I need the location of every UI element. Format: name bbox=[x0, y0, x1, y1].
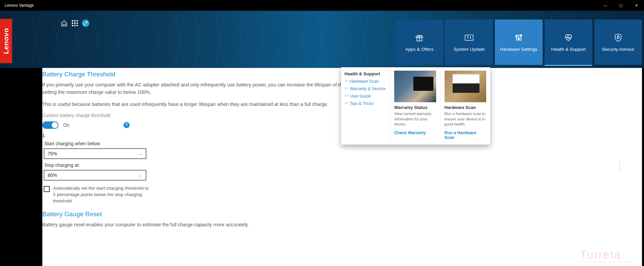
card-desc: View current warranty information for yo… bbox=[394, 111, 436, 127]
hardware-scan-image bbox=[445, 71, 487, 102]
main-nav: Apps & Offers System Update Hardware Set… bbox=[396, 20, 642, 65]
card-desc: Run a hardware scan to ensure your devic… bbox=[445, 111, 487, 127]
card-title: Warranty Status bbox=[394, 105, 436, 110]
update-icon bbox=[464, 33, 474, 43]
nav-label: Health & Support bbox=[549, 47, 588, 52]
toggle-row: On ? bbox=[42, 121, 130, 129]
stop-charging-value: 80% bbox=[48, 173, 57, 178]
auto-threshold-text: Automatically set the start charging thr… bbox=[53, 185, 151, 204]
auto-threshold-checkbox[interactable] bbox=[44, 186, 50, 192]
nav-label: Apps & Offers bbox=[403, 47, 435, 52]
battery-number: 1 bbox=[42, 133, 378, 138]
close-button[interactable]: ✕ bbox=[629, 0, 644, 11]
svg-rect-6 bbox=[72, 25, 73, 26]
stop-charging-select[interactable]: 80% ⌄ bbox=[44, 170, 146, 181]
svg-rect-15 bbox=[617, 37, 619, 39]
health-support-dropdown: Health & Support >>Hardware Scan >>Warra… bbox=[341, 67, 490, 145]
dropdown-link-user-guide[interactable]: >>User Guide bbox=[344, 94, 386, 99]
custom-threshold-toggle[interactable] bbox=[42, 121, 58, 129]
section-title-threshold: Battery Charge Threshold bbox=[42, 71, 378, 78]
stop-charging-label: Stop charging at: bbox=[44, 162, 378, 168]
start-charging-select[interactable]: 75% ⌄ bbox=[44, 148, 146, 159]
chevron-right-icon: >> bbox=[344, 86, 349, 91]
run-hardware-scan-link[interactable]: Run a Hardware Scan bbox=[445, 130, 487, 140]
account-icon[interactable] bbox=[82, 20, 89, 27]
svg-rect-4 bbox=[74, 23, 76, 24]
gift-icon bbox=[415, 33, 424, 43]
svg-rect-5 bbox=[77, 23, 78, 24]
maximize-button[interactable]: ▢ bbox=[613, 0, 629, 11]
help-icon[interactable]: ? bbox=[124, 122, 130, 128]
nav-tile-health-support[interactable]: Health & Support bbox=[545, 20, 592, 65]
auto-threshold-row: Automatically set the start charging thr… bbox=[44, 185, 151, 204]
nav-label: System Update bbox=[452, 47, 487, 52]
chevron-down-icon: ⌄ bbox=[139, 151, 142, 156]
nav-tile-system-update[interactable]: System Update bbox=[445, 20, 493, 65]
svg-point-14 bbox=[520, 35, 521, 36]
shield-icon bbox=[614, 33, 622, 43]
svg-rect-2 bbox=[77, 20, 78, 22]
chevron-right-icon: >> bbox=[344, 94, 349, 99]
lenovo-brand-text: Lenovo bbox=[2, 28, 10, 54]
check-warranty-link[interactable]: Check Warranty bbox=[394, 130, 436, 135]
nav-label: Security Advisor bbox=[600, 47, 637, 52]
home-icon[interactable] bbox=[60, 20, 68, 27]
svg-rect-8 bbox=[77, 25, 78, 26]
toggle-state-label: On bbox=[63, 122, 70, 128]
scroll-left-chevron-icon[interactable]: 〈 bbox=[615, 159, 621, 173]
minimize-button[interactable]: — bbox=[598, 0, 613, 11]
svg-point-12 bbox=[516, 36, 517, 37]
dropdown-link-hardware-scan[interactable]: >>Hardware Scan bbox=[344, 79, 386, 84]
gauge-desc: Battery gauge reset enables your compute… bbox=[42, 221, 378, 229]
svg-rect-11 bbox=[465, 35, 473, 40]
dropdown-link-warranty-service[interactable]: >>Warranty & Service bbox=[344, 86, 386, 91]
card-title: Hardware Scan bbox=[445, 105, 487, 110]
sliders-icon bbox=[514, 33, 523, 43]
chevron-right-icon: >> bbox=[344, 101, 349, 106]
header-icon-row bbox=[60, 20, 89, 27]
svg-rect-1 bbox=[74, 20, 76, 22]
svg-point-13 bbox=[518, 38, 519, 40]
dropdown-cards: Warranty Status View current warranty in… bbox=[390, 67, 490, 145]
dropdown-link-tips-tricks[interactable]: >>Tips & Tricks bbox=[344, 101, 386, 106]
nav-tile-apps-offers[interactable]: Apps & Offers bbox=[396, 20, 443, 65]
nav-tile-security-advisor[interactable]: Security Advisor bbox=[594, 20, 642, 65]
threshold-desc-2: This is useful because batteries that ar… bbox=[42, 101, 378, 108]
warranty-image bbox=[394, 71, 436, 102]
nav-label: Hardware Settings bbox=[498, 47, 539, 52]
hero-banner: Lenovo Apps & Offers System Update bbox=[0, 11, 644, 68]
nav-tile-hardware-settings[interactable]: Hardware Settings bbox=[495, 20, 543, 65]
start-charging-label: Start charging when below: bbox=[44, 141, 378, 146]
custom-threshold-label: Custom battery charge threshold bbox=[42, 113, 378, 118]
card-hardware-scan: Hardware Scan Run a hardware scan to ens… bbox=[440, 67, 491, 145]
chevron-right-icon: >> bbox=[344, 79, 349, 84]
apps-grid-icon[interactable] bbox=[71, 20, 79, 27]
dropdown-title: Health & Support bbox=[344, 71, 386, 76]
threshold-desc-1: If you primarily use your computer with … bbox=[42, 81, 378, 96]
section-title-gauge: Battery Gauge Reset bbox=[42, 211, 378, 218]
svg-rect-0 bbox=[72, 20, 73, 22]
app-title: Lenovo Vantage bbox=[5, 3, 598, 8]
start-charging-value: 75% bbox=[48, 151, 57, 156]
lenovo-brand-tag: Lenovo bbox=[0, 19, 12, 63]
svg-rect-3 bbox=[72, 23, 73, 24]
chevron-down-icon: ⌄ bbox=[139, 173, 142, 178]
titlebar: Lenovo Vantage — ▢ ✕ bbox=[0, 0, 644, 11]
svg-rect-7 bbox=[74, 25, 76, 26]
dropdown-link-list: Health & Support >>Hardware Scan >>Warra… bbox=[341, 67, 390, 145]
heart-pulse-icon bbox=[564, 33, 573, 43]
card-warranty-status: Warranty Status View current warranty in… bbox=[390, 67, 440, 145]
